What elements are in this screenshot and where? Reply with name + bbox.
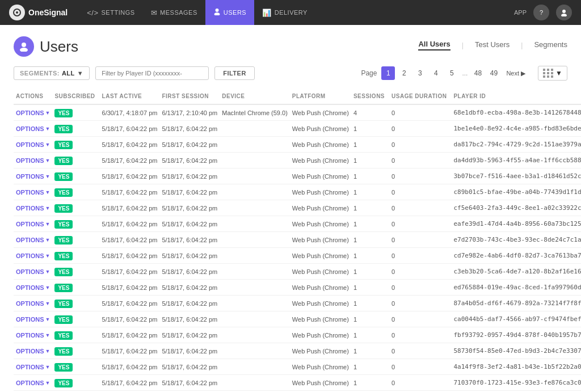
options-button[interactable]: OPTIONS ▼ (16, 348, 50, 355)
usage-duration-cell: 0 (389, 168, 451, 184)
table-row: OPTIONS ▼ YES 5/18/17, 6:04:22 pm 5/18/1… (14, 280, 581, 296)
table-row: OPTIONS ▼ YES 5/18/17, 6:04:22 pm 5/18/1… (14, 264, 581, 280)
first-session-cell: 5/18/17, 6:04:22 pm (159, 168, 220, 184)
logo[interactable]: OneSignal (9, 5, 68, 20)
platform-cell: Web Push (Chrome) (290, 280, 351, 296)
actions-cell[interactable]: OPTIONS ▼ (14, 296, 52, 311)
options-button[interactable]: OPTIONS ▼ (16, 125, 50, 132)
options-button[interactable]: OPTIONS ▼ (16, 332, 50, 339)
nav-item-users[interactable]: Users (205, 0, 254, 25)
logo-text: OneSignal (28, 8, 68, 17)
subscribed-badge: YES (54, 236, 73, 245)
options-button[interactable]: OPTIONS ▼ (16, 316, 50, 323)
nav-item-delivery[interactable]: 📊 Delivery (254, 0, 315, 25)
page-48[interactable]: 48 (471, 66, 485, 80)
options-button[interactable]: OPTIONS ▼ (16, 284, 50, 291)
options-button[interactable]: OPTIONS ▼ (16, 157, 50, 164)
svg-point-1 (16, 11, 18, 14)
page-3[interactable]: 3 (413, 66, 427, 80)
subscribed-badge: YES (54, 141, 73, 149)
actions-cell[interactable]: OPTIONS ▼ (14, 121, 52, 137)
options-button[interactable]: OPTIONS ▼ (16, 268, 50, 275)
device-cell (220, 343, 290, 359)
help-button[interactable]: ? (533, 5, 549, 20)
actions-cell[interactable]: OPTIONS ▼ (14, 168, 52, 184)
usage-duration-cell: 0 (389, 248, 451, 264)
nav-item-messages[interactable]: ✉ Messages (143, 0, 205, 25)
subscribed-cell: YES (52, 248, 99, 264)
page-2[interactable]: 2 (397, 66, 411, 80)
options-button[interactable]: OPTIONS ▼ (16, 300, 50, 307)
actions-cell[interactable]: OPTIONS ▼ (14, 327, 52, 343)
user-profile-button[interactable] (556, 5, 572, 20)
last-active-cell: 5/18/17, 6:04:22 pm (100, 137, 160, 153)
actions-cell[interactable]: OPTIONS ▼ (14, 311, 52, 327)
settings-icon: </> (87, 9, 98, 17)
options-label: OPTIONS (16, 364, 44, 370)
help-icon: ? (540, 9, 543, 16)
actions-cell[interactable]: OPTIONS ▼ (14, 104, 52, 121)
sessions-cell: 1 (351, 248, 389, 264)
options-button[interactable]: OPTIONS ▼ (16, 237, 50, 243)
page-49[interactable]: 49 (487, 66, 500, 80)
subscribed-cell: YES (52, 359, 99, 375)
actions-cell[interactable]: OPTIONS ▼ (14, 137, 52, 153)
segments-dropdown[interactable]: SEGMENTS: ALL ▼ (14, 66, 90, 80)
options-label: OPTIONS (16, 109, 44, 116)
users-table: ACTIONS SUBSCRIBED LAST ACTIVE FIRST SES… (14, 90, 581, 392)
actions-cell[interactable]: OPTIONS ▼ (14, 184, 52, 200)
first-session-cell: 5/18/17, 6:04:22 pm (159, 375, 220, 391)
sessions-cell: 1 (351, 168, 389, 184)
actions-cell[interactable]: OPTIONS ▼ (14, 153, 52, 168)
options-button[interactable]: OPTIONS ▼ (16, 189, 50, 196)
actions-cell[interactable]: OPTIONS ▼ (14, 280, 52, 296)
actions-cell[interactable]: OPTIONS ▼ (14, 343, 52, 359)
options-arrow: ▼ (45, 348, 50, 354)
actions-cell[interactable]: OPTIONS ▼ (14, 375, 52, 391)
nav-item-settings[interactable]: </> Settings (79, 0, 142, 25)
player-id-filter[interactable] (95, 66, 209, 80)
options-button[interactable]: OPTIONS ▼ (16, 364, 50, 370)
subscribed-cell: YES (52, 137, 99, 153)
options-button[interactable]: OPTIONS ▼ (16, 221, 50, 227)
last-active-cell: 5/18/17, 6:04:22 pm (100, 311, 160, 327)
nav-right-area: APP ? (514, 5, 572, 20)
usage-duration-cell: 0 (389, 232, 451, 248)
options-label: OPTIONS (16, 125, 44, 132)
options-button[interactable]: OPTIONS ▼ (16, 141, 50, 148)
options-button[interactable]: OPTIONS ▼ (16, 380, 50, 386)
usage-duration-cell: 0 (389, 184, 451, 200)
tab-test-users[interactable]: Test Users (475, 40, 510, 50)
options-label: OPTIONS (16, 237, 44, 243)
columns-button[interactable]: ▼ (538, 66, 567, 81)
options-button[interactable]: OPTIONS ▼ (16, 109, 50, 116)
actions-cell[interactable]: OPTIONS ▼ (14, 248, 52, 264)
options-button[interactable]: OPTIONS ▼ (16, 205, 50, 212)
tab-all-users[interactable]: All Users (418, 40, 450, 50)
actions-cell[interactable]: OPTIONS ▼ (14, 359, 52, 375)
options-label: OPTIONS (16, 332, 44, 339)
options-arrow: ▼ (45, 205, 50, 211)
next-page-button[interactable]: Next ▶ (503, 70, 529, 77)
subscribed-cell: YES (52, 280, 99, 296)
table-row: OPTIONS ▼ YES 5/18/17, 6:04:22 pm 5/18/1… (14, 296, 581, 311)
table-row: OPTIONS ▼ YES 5/18/17, 6:04:22 pm 5/18/1… (14, 121, 581, 137)
tab-segments[interactable]: Segments (534, 40, 567, 50)
usage-duration-cell: 0 (389, 104, 451, 121)
tab-divider-2: | (521, 41, 523, 49)
options-button[interactable]: OPTIONS ▼ (16, 252, 50, 259)
filter-button[interactable]: FILTER (214, 66, 255, 80)
device-cell (220, 184, 290, 200)
page-1[interactable]: 1 (381, 66, 395, 80)
actions-cell[interactable]: OPTIONS ▼ (14, 200, 52, 216)
page-4[interactable]: 4 (429, 66, 443, 80)
first-session-cell: 5/18/17, 6:04:22 pm (159, 121, 220, 137)
actions-cell[interactable]: OPTIONS ▼ (14, 232, 52, 248)
options-arrow: ▼ (45, 332, 50, 338)
options-button[interactable]: OPTIONS ▼ (16, 173, 50, 180)
page-5[interactable]: 5 (445, 66, 458, 80)
nav-delivery-label: Delivery (275, 9, 308, 16)
actions-cell[interactable]: OPTIONS ▼ (14, 216, 52, 232)
actions-cell[interactable]: OPTIONS ▼ (14, 264, 52, 280)
subscribed-badge: YES (54, 347, 73, 356)
